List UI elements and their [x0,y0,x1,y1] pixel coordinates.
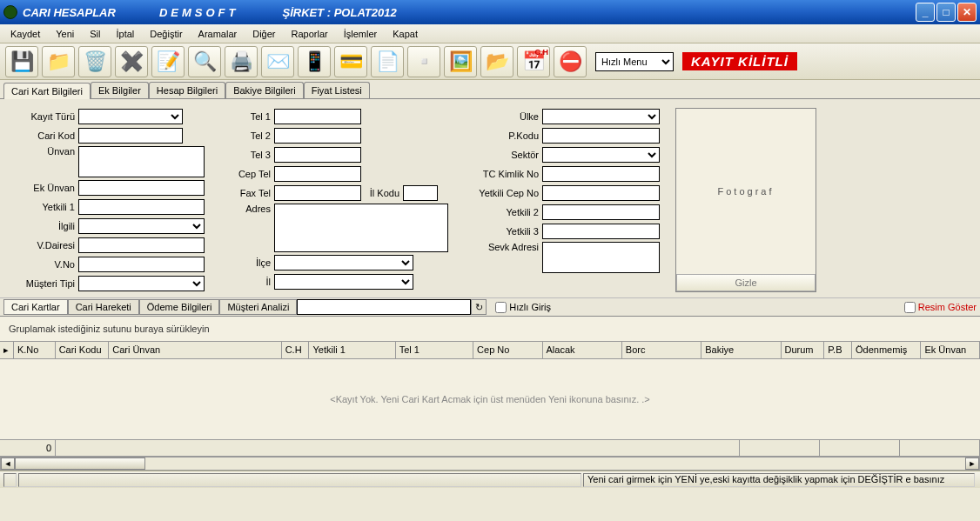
scroll-right-icon[interactable]: ► [965,458,979,470]
ilkodu-input[interactable] [403,185,438,201]
col-header[interactable]: Borc [622,342,701,358]
tab-cari-kartlar[interactable]: Cari Kartlar [3,299,68,315]
minimize-button[interactable]: _ [916,3,935,22]
grid-body: <Kayıt Yok. Yeni Cari Kart Acmak için üs… [0,359,980,439]
label-faxtel: Fax Tel [220,188,271,198]
vno-input[interactable] [78,257,205,272]
menu-yeni[interactable]: Yeni [49,27,81,41]
scroll-thumb[interactable] [15,458,145,470]
folder-icon[interactable]: 📂 [480,46,513,77]
col-header[interactable]: Bakiye [701,342,781,358]
delete-icon[interactable]: 🗑️ [78,46,111,77]
print-icon[interactable]: 🖨️ [225,46,258,77]
faxtel-input[interactable] [274,185,361,201]
col-header[interactable]: Tel 1 [396,342,473,358]
pkodu-input[interactable] [542,128,660,144]
grid: Gruplamak istediğiniz sutunu buraya sürü… [0,317,980,471]
unvan-input[interactable] [78,146,205,177]
menu-aramalar[interactable]: Aramalar [191,27,245,41]
menu-iptal[interactable]: İptal [110,27,142,41]
search-icon[interactable]: 🔍 [188,46,221,77]
label-ilkodu: İl Kodu [365,188,399,198]
col-header[interactable]: Alacak [543,342,622,358]
ch-icon[interactable]: 📅C.H [517,46,550,77]
kayit-turu-select[interactable] [78,109,183,124]
tab-cari-kart[interactable]: Cari Kart Bilgileri [3,83,91,99]
menu-sil[interactable]: Sil [83,27,107,41]
cancel-icon[interactable]: ✖️ [115,46,148,77]
refresh-icon[interactable]: ↻ [471,299,487,315]
tab-odeme-bilgileri[interactable]: Ödeme Bilgileri [139,299,220,315]
col-header[interactable]: Ek Ünvan [921,342,980,358]
tabs-bottom: Cari Kartlar Cari Hareketi Ödeme Bilgile… [0,297,980,317]
edit-icon[interactable]: 📝 [151,46,185,77]
footer-sum [820,440,900,456]
col-header[interactable]: P.B [824,342,852,358]
tckimlik-input[interactable] [542,166,660,182]
mail-icon[interactable]: ✉️ [261,46,294,77]
grid-header: ▸K.NoCari KoduCari ÜnvanC.HYetkili 1Tel … [0,341,980,359]
cari-kod-input[interactable] [78,128,183,144]
tel1-input[interactable] [274,109,361,124]
resim-goster-checkbox[interactable] [904,302,916,313]
menu-raporlar[interactable]: Raporlar [285,27,335,41]
ceptel-input[interactable] [274,166,361,182]
adres-input[interactable] [274,204,448,252]
label-adres: Adres [220,204,271,214]
vdairesi-input[interactable] [78,237,205,253]
menu-kapat[interactable]: Kapat [386,27,425,41]
tel3-input[interactable] [274,147,361,163]
close-button[interactable]: ✕ [957,3,977,22]
filter-input[interactable] [297,299,471,315]
ulke-select[interactable] [542,109,660,124]
yetkili2-input[interactable] [542,204,660,220]
sektor-select[interactable] [542,147,660,163]
tab-bakiye-bilgileri[interactable]: Bakiye Bilgileri [225,82,304,98]
col-header[interactable]: Durum [782,342,825,358]
note-icon[interactable]: 📄 [371,46,404,77]
photo-panel: Fotograf Gizle [675,108,816,292]
yetkili3-input[interactable] [542,224,660,239]
blank-icon[interactable]: ▫️ [407,46,440,77]
image-icon[interactable]: 🖼️ [444,46,477,77]
sms-icon[interactable]: 📱 [298,46,331,77]
yetkilicep-input[interactable] [542,185,660,201]
tab-cari-hareketi[interactable]: Cari Hareketi [68,299,139,315]
save-icon[interactable]: 💾 [5,46,38,77]
new-icon[interactable]: 📁 [42,46,75,77]
menu-islemler[interactable]: İşlemler [337,27,385,41]
menu-degistir[interactable]: Değiştir [143,27,189,41]
menu-kaydet[interactable]: Kaydet [3,27,47,41]
col-header[interactable]: Ödenmemiş [852,342,921,358]
label-sektor: Sektör [464,150,539,160]
il-select[interactable] [274,274,413,290]
col-header[interactable]: K.No [14,342,56,358]
card-icon[interactable]: 💳 [334,46,367,77]
horizontal-scrollbar[interactable]: ◄ ► [0,457,980,471]
hide-photo-button[interactable]: Gizle [676,274,816,291]
col-header[interactable]: Cari Ünvan [109,342,281,358]
maximize-button[interactable]: □ [936,3,956,22]
tab-musteri-analizi[interactable]: Müşteri Analizi [219,299,297,315]
yetkili1-input[interactable] [78,199,205,215]
hizli-giris-checkbox[interactable] [495,302,507,313]
label-ilgili: İlgili [12,221,75,231]
menu-diger[interactable]: Diğer [245,27,282,41]
tab-ek-bilgiler[interactable]: Ek Bilgiler [91,82,149,98]
scroll-left-icon[interactable]: ◄ [1,458,15,470]
col-header[interactable]: C.H [282,342,310,358]
col-header[interactable]: Cep No [473,342,542,358]
exit-icon[interactable]: ⛔ [554,46,587,77]
musteri-tipi-select[interactable] [78,276,205,291]
tab-hesap-bilgileri[interactable]: Hesap Bilgileri [149,82,225,98]
label-yetkili3: Yetkili 3 [464,226,539,237]
ilgili-select[interactable] [78,218,205,234]
ilce-select[interactable] [274,255,413,271]
sevkadres-input[interactable] [542,242,660,273]
col-header[interactable]: Yetkili 1 [309,342,395,358]
quick-menu-select[interactable]: Hızlı Menu [595,52,674,71]
ek-unvan-input[interactable] [78,180,205,196]
tab-fiyat-listesi[interactable]: Fiyat Listesi [304,82,370,98]
tel2-input[interactable] [274,128,361,144]
col-header[interactable]: Cari Kodu [56,342,110,358]
